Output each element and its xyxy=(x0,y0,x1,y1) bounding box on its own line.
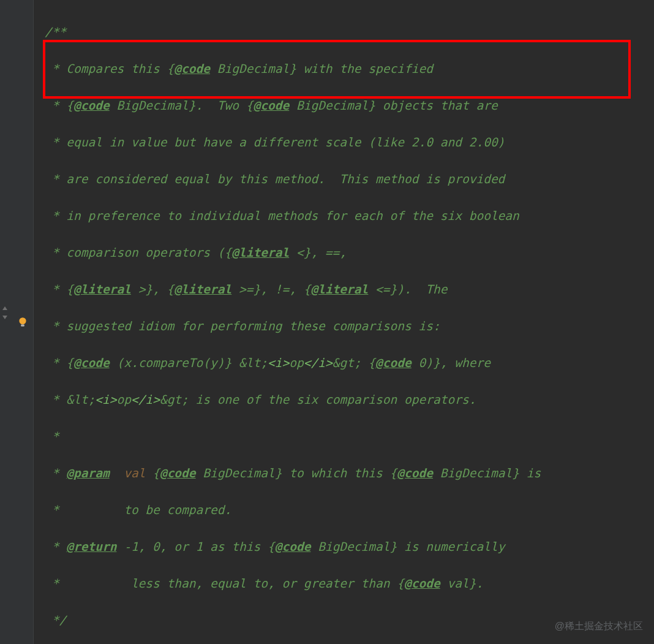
javadoc-tag: @code xyxy=(275,540,311,554)
javadoc-tag: @code xyxy=(160,466,196,480)
javadoc-line: */ xyxy=(45,613,66,627)
javadoc-line: * equal in value but have a different sc… xyxy=(45,135,505,150)
javadoc-tag: @code xyxy=(73,356,110,370)
svg-rect-3 xyxy=(21,324,24,326)
intention-bulb-icon[interactable] xyxy=(17,317,28,328)
javadoc-line: /** xyxy=(45,25,66,39)
svg-point-2 xyxy=(19,317,26,324)
watermark: @稀土掘金技术社区 xyxy=(555,620,643,633)
javadoc-tag: @literal xyxy=(310,282,368,297)
javadoc-tag: @code xyxy=(375,356,412,370)
javadoc-tag: @literal xyxy=(174,282,231,297)
javadoc-tag: @code xyxy=(73,99,110,113)
javadoc-line: * in preference to individual methods fo… xyxy=(45,209,519,223)
javadoc-tag: @code xyxy=(174,62,210,76)
code-editor[interactable]: /** * Compares this {@code BigDecimal} w… xyxy=(34,0,654,644)
javadoc-line: * are considered equal by this method. T… xyxy=(45,172,505,186)
javadoc-param-tag: @param xyxy=(66,466,109,480)
javadoc-line: * to be compared. xyxy=(45,503,231,517)
svg-marker-1 xyxy=(2,316,7,319)
javadoc-return-tag: @return xyxy=(66,540,116,554)
javadoc-tag: @code xyxy=(397,466,433,480)
editor-gutter xyxy=(0,0,34,644)
javadoc-line: * suggested idiom for performing these c… xyxy=(45,319,440,333)
javadoc-tag: @code xyxy=(404,577,440,591)
fold-marker-down-icon[interactable] xyxy=(2,309,8,316)
fold-marker-up-icon[interactable] xyxy=(2,300,8,306)
javadoc-tag: @literal xyxy=(231,246,289,260)
javadoc-tag: @code xyxy=(253,99,289,113)
javadoc-tag: @literal xyxy=(73,282,131,297)
javadoc-line: * xyxy=(45,430,59,444)
